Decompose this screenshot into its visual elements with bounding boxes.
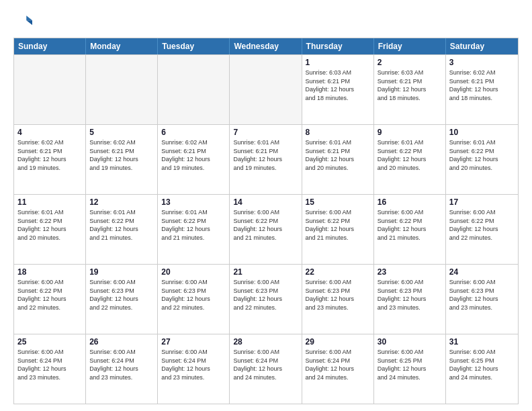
empty-cell xyxy=(86,55,158,124)
day-info: Sunrise: 6:01 AM Sunset: 6:21 PM Dayligh… xyxy=(233,138,298,172)
day-info: Sunrise: 6:00 AM Sunset: 6:22 PM Dayligh… xyxy=(449,208,515,242)
day-number: 12 xyxy=(89,197,154,207)
day-cell-31: 31Sunrise: 6:00 AM Sunset: 6:25 PM Dayli… xyxy=(446,334,518,404)
day-number: 30 xyxy=(378,337,442,347)
day-cell-7: 7Sunrise: 6:01 AM Sunset: 6:21 PM Daylig… xyxy=(230,125,302,194)
week-row-5: 25Sunrise: 6:00 AM Sunset: 6:24 PM Dayli… xyxy=(14,334,518,404)
day-cell-23: 23Sunrise: 6:00 AM Sunset: 6:23 PM Dayli… xyxy=(374,265,446,334)
day-info: Sunrise: 6:00 AM Sunset: 6:23 PM Dayligh… xyxy=(233,278,298,312)
day-info: Sunrise: 6:00 AM Sunset: 6:24 PM Dayligh… xyxy=(306,348,370,381)
day-cell-12: 12Sunrise: 6:01 AM Sunset: 6:22 PM Dayli… xyxy=(86,195,158,264)
day-info: Sunrise: 6:00 AM Sunset: 6:24 PM Dayligh… xyxy=(233,348,298,381)
header-day-wednesday: Wednesday xyxy=(230,38,302,54)
day-info: Sunrise: 6:03 AM Sunset: 6:21 PM Dayligh… xyxy=(378,68,442,102)
day-info: Sunrise: 6:00 AM Sunset: 6:23 PM Dayligh… xyxy=(306,278,370,312)
day-number: 23 xyxy=(378,267,442,277)
day-cell-2: 2Sunrise: 6:03 AM Sunset: 6:21 PM Daylig… xyxy=(374,55,446,124)
day-info: Sunrise: 6:00 AM Sunset: 6:25 PM Dayligh… xyxy=(378,348,442,381)
day-cell-15: 15Sunrise: 6:00 AM Sunset: 6:22 PM Dayli… xyxy=(302,195,374,264)
day-info: Sunrise: 6:03 AM Sunset: 6:21 PM Dayligh… xyxy=(306,68,370,102)
day-number: 9 xyxy=(378,128,442,137)
day-number: 19 xyxy=(89,267,154,277)
week-row-1: 1Sunrise: 6:03 AM Sunset: 6:21 PM Daylig… xyxy=(14,54,518,124)
day-cell-28: 28Sunrise: 6:00 AM Sunset: 6:24 PM Dayli… xyxy=(230,334,302,404)
day-number: 14 xyxy=(233,197,298,207)
week-row-2: 4Sunrise: 6:02 AM Sunset: 6:21 PM Daylig… xyxy=(14,124,518,194)
day-info: Sunrise: 6:00 AM Sunset: 6:25 PM Dayligh… xyxy=(449,348,515,381)
day-number: 16 xyxy=(378,197,442,207)
day-info: Sunrise: 6:00 AM Sunset: 6:24 PM Dayligh… xyxy=(161,348,226,381)
day-info: Sunrise: 6:00 AM Sunset: 6:24 PM Dayligh… xyxy=(17,348,82,381)
calendar: SundayMondayTuesdayWednesdayThursdayFrid… xyxy=(13,38,519,404)
day-cell-30: 30Sunrise: 6:00 AM Sunset: 6:25 PM Dayli… xyxy=(374,334,446,404)
day-info: Sunrise: 6:02 AM Sunset: 6:21 PM Dayligh… xyxy=(89,138,154,172)
day-cell-11: 11Sunrise: 6:01 AM Sunset: 6:22 PM Dayli… xyxy=(14,195,86,264)
day-cell-6: 6Sunrise: 6:02 AM Sunset: 6:21 PM Daylig… xyxy=(158,125,230,194)
day-cell-18: 18Sunrise: 6:00 AM Sunset: 6:22 PM Dayli… xyxy=(14,265,86,334)
day-info: Sunrise: 6:01 AM Sunset: 6:22 PM Dayligh… xyxy=(89,208,154,242)
day-cell-13: 13Sunrise: 6:01 AM Sunset: 6:22 PM Dayli… xyxy=(158,195,230,264)
day-info: Sunrise: 6:02 AM Sunset: 6:21 PM Dayligh… xyxy=(161,138,226,172)
day-number: 4 xyxy=(17,128,82,137)
day-info: Sunrise: 6:00 AM Sunset: 6:24 PM Dayligh… xyxy=(89,348,154,381)
day-info: Sunrise: 6:01 AM Sunset: 6:21 PM Dayligh… xyxy=(306,138,370,172)
day-cell-22: 22Sunrise: 6:00 AM Sunset: 6:23 PM Dayli… xyxy=(302,265,374,334)
header-day-thursday: Thursday xyxy=(302,38,374,54)
day-number: 3 xyxy=(449,58,515,67)
day-cell-26: 26Sunrise: 6:00 AM Sunset: 6:24 PM Dayli… xyxy=(86,334,158,404)
header-day-tuesday: Tuesday xyxy=(158,38,230,54)
day-number: 5 xyxy=(89,128,154,137)
day-info: Sunrise: 6:01 AM Sunset: 6:22 PM Dayligh… xyxy=(17,208,82,242)
calendar-body: 1Sunrise: 6:03 AM Sunset: 6:21 PM Daylig… xyxy=(14,54,518,404)
day-cell-20: 20Sunrise: 6:00 AM Sunset: 6:23 PM Dayli… xyxy=(158,265,230,334)
day-info: Sunrise: 6:01 AM Sunset: 6:22 PM Dayligh… xyxy=(161,208,226,242)
day-info: Sunrise: 6:00 AM Sunset: 6:23 PM Dayligh… xyxy=(161,278,226,312)
svg-marker-2 xyxy=(26,20,32,25)
header-day-sunday: Sunday xyxy=(14,38,86,54)
day-cell-1: 1Sunrise: 6:03 AM Sunset: 6:21 PM Daylig… xyxy=(302,55,374,124)
day-info: Sunrise: 6:00 AM Sunset: 6:23 PM Dayligh… xyxy=(89,278,154,312)
day-info: Sunrise: 6:00 AM Sunset: 6:22 PM Dayligh… xyxy=(233,208,298,242)
day-number: 15 xyxy=(306,197,370,207)
day-number: 27 xyxy=(161,337,226,347)
logo-icon xyxy=(13,12,32,31)
day-cell-3: 3Sunrise: 6:02 AM Sunset: 6:21 PM Daylig… xyxy=(446,55,518,124)
day-number: 13 xyxy=(161,197,226,207)
day-number: 2 xyxy=(378,58,442,67)
day-number: 25 xyxy=(17,337,82,347)
day-info: Sunrise: 6:00 AM Sunset: 6:23 PM Dayligh… xyxy=(449,278,515,312)
day-number: 22 xyxy=(306,267,370,277)
day-number: 17 xyxy=(449,197,515,207)
day-cell-16: 16Sunrise: 6:00 AM Sunset: 6:22 PM Dayli… xyxy=(374,195,446,264)
empty-cell xyxy=(230,55,302,124)
day-number: 11 xyxy=(17,197,82,207)
day-number: 24 xyxy=(449,267,515,277)
day-info: Sunrise: 6:00 AM Sunset: 6:22 PM Dayligh… xyxy=(306,208,370,242)
day-cell-29: 29Sunrise: 6:00 AM Sunset: 6:24 PM Dayli… xyxy=(302,334,374,404)
day-number: 18 xyxy=(17,267,82,277)
day-cell-9: 9Sunrise: 6:01 AM Sunset: 6:22 PM Daylig… xyxy=(374,125,446,194)
svg-marker-1 xyxy=(26,15,32,20)
day-cell-21: 21Sunrise: 6:00 AM Sunset: 6:23 PM Dayli… xyxy=(230,265,302,334)
day-cell-25: 25Sunrise: 6:00 AM Sunset: 6:24 PM Dayli… xyxy=(14,334,86,404)
page: SundayMondayTuesdayWednesdayThursdayFrid… xyxy=(0,0,532,411)
day-number: 21 xyxy=(233,267,298,277)
day-info: Sunrise: 6:02 AM Sunset: 6:21 PM Dayligh… xyxy=(449,68,515,102)
empty-cell xyxy=(158,55,230,124)
day-info: Sunrise: 6:00 AM Sunset: 6:22 PM Dayligh… xyxy=(378,208,442,242)
day-number: 26 xyxy=(89,337,154,347)
week-row-3: 11Sunrise: 6:01 AM Sunset: 6:22 PM Dayli… xyxy=(14,194,518,264)
day-number: 1 xyxy=(306,58,370,67)
header-day-monday: Monday xyxy=(86,38,158,54)
day-info: Sunrise: 6:01 AM Sunset: 6:22 PM Dayligh… xyxy=(449,138,515,172)
day-info: Sunrise: 6:00 AM Sunset: 6:23 PM Dayligh… xyxy=(378,278,442,312)
day-number: 31 xyxy=(449,337,515,347)
day-cell-19: 19Sunrise: 6:00 AM Sunset: 6:23 PM Dayli… xyxy=(86,265,158,334)
header-day-saturday: Saturday xyxy=(446,38,518,54)
day-number: 20 xyxy=(161,267,226,277)
header xyxy=(13,12,519,31)
day-info: Sunrise: 6:02 AM Sunset: 6:21 PM Dayligh… xyxy=(17,138,82,172)
day-info: Sunrise: 6:00 AM Sunset: 6:22 PM Dayligh… xyxy=(17,278,82,312)
day-cell-4: 4Sunrise: 6:02 AM Sunset: 6:21 PM Daylig… xyxy=(14,125,86,194)
day-cell-27: 27Sunrise: 6:00 AM Sunset: 6:24 PM Dayli… xyxy=(158,334,230,404)
